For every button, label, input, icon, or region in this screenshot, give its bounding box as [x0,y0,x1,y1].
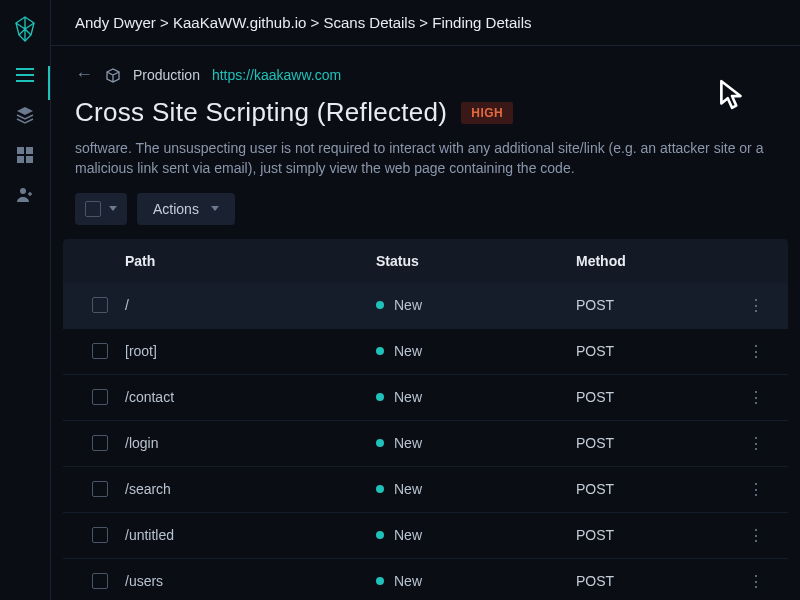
row-more-icon[interactable]: ⋮ [736,388,776,407]
sidebar [0,0,50,600]
cell-status: New [376,343,576,359]
column-path[interactable]: Path [125,253,376,269]
nav-menu-icon[interactable] [14,64,36,86]
svg-rect-3 [26,156,33,163]
status-dot-icon [376,439,384,447]
status-dot-icon [376,347,384,355]
cell-path: /users [125,573,376,589]
cell-method: POST [576,389,736,405]
app-logo[interactable] [8,12,42,46]
table-row[interactable]: /contactNewPOST⋮ [63,375,788,421]
cell-status: New [376,527,576,543]
breadcrumb[interactable]: Andy Dwyer > KaaKaWW.github.io > Scans D… [51,0,800,46]
cell-path: / [125,297,376,313]
nav-grid-icon[interactable] [14,144,36,166]
cell-status: New [376,481,576,497]
row-more-icon[interactable]: ⋮ [736,342,776,361]
cell-method: POST [576,527,736,543]
svg-rect-0 [17,147,24,154]
nav-user-add-icon[interactable] [14,184,36,206]
table-row[interactable]: /loginNewPOST⋮ [63,421,788,467]
actions-button[interactable]: Actions [137,193,235,225]
cell-status: New [376,389,576,405]
chevron-down-icon [211,206,219,211]
row-more-icon[interactable]: ⋮ [736,434,776,453]
row-checkbox[interactable] [92,297,108,313]
table-row[interactable]: /searchNewPOST⋮ [63,467,788,513]
environment-label: Production [133,67,200,83]
column-status[interactable]: Status [376,253,576,269]
cell-path: [root] [125,343,376,359]
chevron-down-icon [109,206,117,211]
row-checkbox[interactable] [92,343,108,359]
cell-path: /contact [125,389,376,405]
svg-rect-2 [17,156,24,163]
svg-rect-1 [26,147,33,154]
row-checkbox[interactable] [92,481,108,497]
status-dot-icon [376,485,384,493]
active-nav-indicator [48,66,50,100]
status-dot-icon [376,531,384,539]
nav-layers-icon[interactable] [14,104,36,126]
cell-status: New [376,297,576,313]
cell-method: POST [576,573,736,589]
select-all-checkbox[interactable] [75,193,127,225]
finding-title: Cross Site Scripting (Reflected) [75,97,447,128]
row-more-icon[interactable]: ⋮ [736,296,776,315]
table-row[interactable]: /untitledNewPOST⋮ [63,513,788,559]
row-checkbox[interactable] [92,527,108,543]
package-icon [105,67,121,83]
svg-point-4 [20,188,26,194]
row-more-icon[interactable]: ⋮ [736,526,776,545]
row-checkbox[interactable] [92,389,108,405]
target-url-link[interactable]: https://kaakaww.com [212,67,341,83]
table-row[interactable]: [root]NewPOST⋮ [63,329,788,375]
findings-table: Path Status Method /NewPOST⋮[root]NewPOS… [63,239,788,600]
column-method[interactable]: Method [576,253,736,269]
actions-label: Actions [153,201,199,217]
finding-description: software. The unsuspecting user is not r… [51,138,800,193]
table-row[interactable]: /NewPOST⋮ [63,283,788,329]
back-arrow-icon[interactable]: ← [75,64,93,85]
cell-status: New [376,435,576,451]
cell-method: POST [576,297,736,313]
row-checkbox[interactable] [92,435,108,451]
cell-method: POST [576,343,736,359]
cell-path: /search [125,481,376,497]
cell-status: New [376,573,576,589]
row-checkbox[interactable] [92,573,108,589]
cell-method: POST [576,435,736,451]
row-more-icon[interactable]: ⋮ [736,480,776,499]
cell-path: /untitled [125,527,376,543]
cell-path: /login [125,435,376,451]
table-row[interactable]: /usersNewPOST⋮ [63,559,788,600]
row-more-icon[interactable]: ⋮ [736,572,776,591]
table-header: Path Status Method [63,239,788,283]
severity-badge: HIGH [461,102,513,124]
checkbox-icon [85,201,101,217]
status-dot-icon [376,301,384,309]
status-dot-icon [376,577,384,585]
cell-method: POST [576,481,736,497]
status-dot-icon [376,393,384,401]
